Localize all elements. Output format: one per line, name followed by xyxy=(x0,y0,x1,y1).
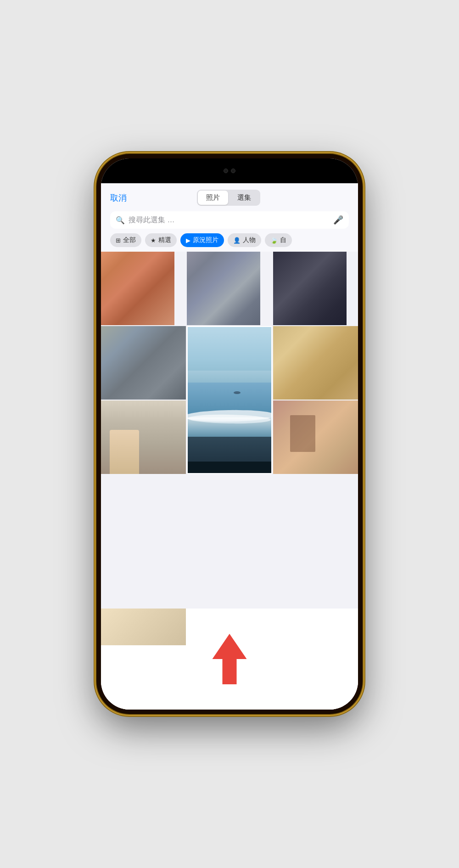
filter-nature[interactable]: 🍃 自 xyxy=(265,233,292,247)
star-icon: ★ xyxy=(151,237,156,244)
photo-grid-area xyxy=(101,252,358,710)
grid-icon: ⊞ xyxy=(116,237,121,244)
filter-people[interactable]: 👤 人物 xyxy=(228,233,261,247)
filter-live[interactable]: ▶ 原況照片 xyxy=(180,233,224,247)
filter-all-label: 全部 xyxy=(123,236,136,244)
photo-cell-6[interactable] xyxy=(273,326,358,400)
photo-row-2 xyxy=(101,326,358,475)
featured-ocean-photo[interactable] xyxy=(187,326,272,474)
filter-nature-label: 自 xyxy=(280,236,286,244)
app-content: 取消 照片 選集 🔍 搜尋此選集 … 🎤 xyxy=(101,183,358,710)
photo-cell-1[interactable] xyxy=(101,252,174,325)
photo-cell-3[interactable] xyxy=(273,252,347,325)
filter-row: ⊞ 全部 ★ 精選 ▶ 原況照片 👤 人物 xyxy=(110,233,349,248)
right-column xyxy=(273,326,358,474)
header: 取消 照片 選集 🔍 搜尋此選集 … 🎤 xyxy=(101,183,358,252)
search-placeholder-text: 搜尋此選集 … xyxy=(129,215,330,225)
left-column xyxy=(101,326,186,474)
phone-wrapper: 取消 照片 選集 🔍 搜尋此選集 … 🎤 xyxy=(87,145,372,723)
screen: 取消 照片 選集 🔍 搜尋此選集 … 🎤 xyxy=(101,158,358,710)
arrow-area xyxy=(101,609,358,710)
filter-people-label: 人物 xyxy=(243,236,256,244)
person-icon: 👤 xyxy=(233,237,241,244)
tab-albums[interactable]: 選集 xyxy=(229,191,259,205)
photo-cell-8[interactable] xyxy=(101,609,186,645)
play-icon: ▶ xyxy=(186,237,190,244)
status-bar xyxy=(101,158,358,183)
red-arrow-indicator xyxy=(213,634,247,686)
cancel-button[interactable]: 取消 xyxy=(110,192,127,203)
dynamic-island xyxy=(202,163,257,178)
search-bar[interactable]: 🔍 搜尋此選集 … 🎤 xyxy=(110,211,349,229)
search-icon: 🔍 xyxy=(116,216,125,225)
di-dot-left xyxy=(224,169,228,173)
leaf-icon: 🍃 xyxy=(270,237,278,244)
mic-icon[interactable]: 🎤 xyxy=(333,215,343,225)
photo-cell-5[interactable] xyxy=(101,400,186,474)
phone-frame: 取消 照片 選集 🔍 搜尋此選集 … 🎤 xyxy=(96,154,363,714)
di-dot-right xyxy=(231,169,235,173)
photo-cell-2[interactable] xyxy=(187,252,260,325)
tab-switcher: 照片 選集 xyxy=(197,190,260,206)
filter-all[interactable]: ⊞ 全部 xyxy=(110,233,141,247)
photo-cell-7[interactable] xyxy=(273,400,358,474)
photo-cell-10[interactable] xyxy=(273,609,358,645)
photo-row-1 xyxy=(101,252,358,325)
red-arrow-svg xyxy=(213,634,247,684)
svg-marker-0 xyxy=(213,634,247,684)
filter-featured-label: 精選 xyxy=(158,236,171,244)
header-top: 取消 照片 選集 xyxy=(110,190,349,206)
filter-live-label: 原況照片 xyxy=(193,236,218,244)
filter-featured[interactable]: ★ 精選 xyxy=(145,233,177,247)
photo-cell-4[interactable] xyxy=(101,326,186,400)
tab-photos[interactable]: 照片 xyxy=(198,191,228,205)
